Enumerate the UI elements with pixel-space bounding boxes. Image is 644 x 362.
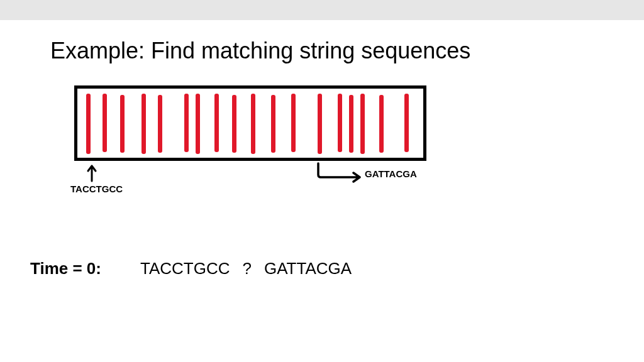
sequence-2: GATTACGA <box>264 259 352 278</box>
barcode-bar <box>142 94 146 154</box>
time-row: Time = 0:TACCTGCC?GATTACGA <box>30 259 352 278</box>
slide-canvas: Example: Find matching string sequences … <box>0 20 644 362</box>
barcode-box <box>74 85 426 161</box>
question-mark: ? <box>242 259 251 278</box>
barcode-bar <box>318 94 322 154</box>
barcode-bar <box>251 94 255 154</box>
barcode-bar <box>232 95 236 153</box>
arrow-up-icon <box>84 162 99 182</box>
barcode-bar <box>271 95 275 153</box>
barcode-bar <box>349 95 353 153</box>
barcode-bar <box>214 94 219 152</box>
header-bar <box>0 0 644 20</box>
barcode-bar <box>158 95 162 153</box>
barcode-bar <box>120 95 125 153</box>
pointer-label-2: GATTACGA <box>365 168 417 179</box>
sequence-1: TACCTGCC <box>140 259 230 278</box>
barcode-bar <box>184 94 189 152</box>
arrow-right-icon <box>314 162 365 184</box>
barcode-bar <box>103 94 107 152</box>
barcode-bar <box>360 94 365 154</box>
barcode-bar <box>379 95 384 153</box>
barcode-bar <box>404 94 409 152</box>
barcode-bar <box>86 94 91 154</box>
pointer-label-1: TACCTGCC <box>70 184 123 194</box>
time-label: Time = 0: <box>30 259 101 278</box>
barcode-bar <box>338 94 342 152</box>
slide-title: Example: Find matching string sequences <box>50 38 470 64</box>
barcode-bar <box>196 94 200 154</box>
barcode-bar <box>291 94 296 152</box>
